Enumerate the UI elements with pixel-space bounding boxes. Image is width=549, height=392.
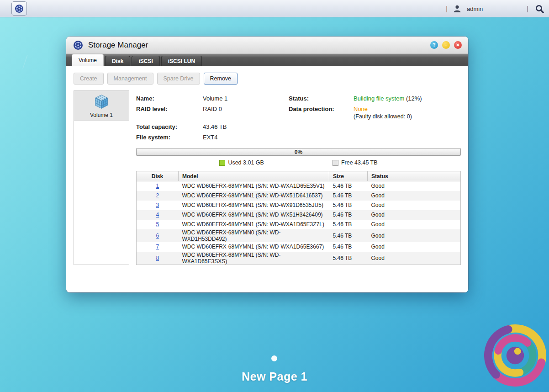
volume-tab-content: Create Management Spare Drive Remove bbox=[66, 66, 468, 292]
table-row: 6 WDC WD60EFRX-68MYMN0 (S/N: WD-WXD1H53D… bbox=[137, 229, 461, 242]
topbar: | admin | bbox=[0, 0, 549, 17]
table-row: 2 WDC WD60EFRX-68MYMN1 (S/N: WD-WX51D641… bbox=[137, 191, 461, 201]
protection-text: None bbox=[354, 106, 368, 112]
model-cell: WDC WD60EFRX-68MYMN1 (S/N: WD-WXA1D65E35… bbox=[179, 181, 329, 191]
table-row: 1 WDC WD60EFRX-68MYMN1 (S/N: WD-WXA1D65E… bbox=[137, 181, 461, 191]
raid-level-value: RAID 0 bbox=[203, 106, 289, 112]
details-panel: Name: Volume 1 Status: Building file sys… bbox=[136, 90, 461, 265]
window-app-icon bbox=[73, 40, 84, 51]
size-cell: 5.46 TB bbox=[329, 210, 368, 220]
disk-link[interactable]: 7 bbox=[156, 244, 159, 250]
disk-link[interactable]: 3 bbox=[156, 202, 159, 208]
disk-link[interactable]: 2 bbox=[156, 192, 159, 199]
status-percent: (12%) bbox=[404, 95, 422, 102]
tab-volume[interactable]: Volume bbox=[72, 54, 104, 66]
model-cell: WDC WD60EFRX-68MYMN1 (S/N: WD-WX91D6535J… bbox=[179, 201, 329, 210]
volume-info: Name: Volume 1 Status: Building file sys… bbox=[136, 95, 461, 141]
used-label: Used 3.01 GB bbox=[228, 159, 264, 166]
size-cell: 5.46 TB bbox=[329, 220, 368, 229]
capacity-legend: Used 3.01 GB Free 43.45 TB bbox=[136, 159, 461, 166]
volume-cube-icon bbox=[93, 93, 110, 111]
spare-drive-button[interactable]: Spare Drive bbox=[157, 73, 200, 85]
remove-button[interactable]: Remove bbox=[204, 73, 238, 85]
raid-level-label: RAID level: bbox=[136, 106, 203, 112]
col-status: Status bbox=[368, 171, 461, 181]
name-label: Name: bbox=[136, 95, 203, 102]
table-header-row: Disk Model Size Status bbox=[137, 171, 461, 181]
app-logo-icon bbox=[14, 3, 25, 14]
data-protection-value: None (Faulty disk allowed: 0) bbox=[354, 106, 461, 120]
help-button[interactable]: ? bbox=[430, 41, 438, 49]
used-swatch bbox=[219, 160, 225, 166]
col-size: Size bbox=[329, 171, 368, 181]
size-cell: 5.46 TB bbox=[329, 181, 368, 191]
tab-iscsi[interactable]: iSCSI bbox=[132, 56, 159, 66]
model-cell: WDC WD60EFRX-68MYMN1 (S/N: WD-WXA1D65E36… bbox=[179, 242, 329, 252]
total-capacity-label: Total capacity: bbox=[136, 123, 203, 130]
size-cell: 5.46 TB bbox=[329, 191, 368, 201]
close-button[interactable]: ✕ bbox=[454, 41, 462, 49]
status-text: Building file system bbox=[354, 95, 404, 102]
model-cell: WDC WD60EFRX-68MYMN1 (S/N: WD-WXA1D65E3S… bbox=[179, 252, 329, 265]
desktop: { "topbar": { "username": "admin", "sepa… bbox=[0, 0, 549, 392]
disk-link[interactable]: 6 bbox=[156, 233, 159, 239]
file-system-label: File system: bbox=[136, 134, 203, 141]
data-protection-label: Data protection: bbox=[289, 106, 354, 112]
status-cell: Good bbox=[368, 220, 461, 229]
table-row: 4 WDC WD60EFRX-68MYMN1 (S/N: WD-WX51H342… bbox=[137, 210, 461, 220]
col-model: Model bbox=[179, 171, 329, 181]
user-icon bbox=[453, 5, 461, 13]
protection-note: (Faulty disk allowed: 0) bbox=[354, 113, 461, 120]
toolbar: Create Management Spare Drive Remove bbox=[74, 73, 461, 85]
status-cell: Good bbox=[368, 252, 461, 265]
tab-iscsi-lun[interactable]: iSCSI LUN bbox=[161, 56, 202, 66]
file-system-value: EXT4 bbox=[203, 134, 289, 141]
management-button[interactable]: Management bbox=[107, 73, 153, 85]
model-cell: WDC WD60EFRX-68MYMN1 (S/N: WD-WX51D64165… bbox=[179, 191, 329, 201]
free-swatch bbox=[333, 160, 338, 166]
search-icon[interactable] bbox=[534, 3, 545, 15]
table-row: 7 WDC WD60EFRX-68MYMN1 (S/N: WD-WXA1D65E… bbox=[137, 242, 461, 252]
decorative-dot bbox=[271, 355, 277, 361]
disk-link[interactable]: 5 bbox=[156, 221, 159, 228]
status-cell: Good bbox=[368, 201, 461, 210]
total-capacity-value: 43.46 TB bbox=[203, 123, 289, 130]
table-row: 3 WDC WD60EFRX-68MYMN1 (S/N: WD-WX91D653… bbox=[137, 201, 461, 210]
status-value: Building file system (12%) bbox=[354, 95, 461, 102]
name-value: Volume 1 bbox=[203, 95, 289, 102]
size-cell: 5.46 TB bbox=[329, 242, 368, 252]
username[interactable]: admin bbox=[467, 5, 483, 12]
storage-manager-window: Storage Manager ? – ✕ Volume Disk iSCSI … bbox=[66, 37, 468, 292]
model-cell: WDC WD60EFRX-68MYMN1 (S/N: WD-WXA1D65E3Z… bbox=[179, 220, 329, 229]
page-label: New Page 1 bbox=[0, 370, 549, 383]
status-cell: Good bbox=[368, 210, 461, 220]
progress-bar: 0% bbox=[136, 148, 461, 156]
tabstrip: Volume Disk iSCSI iSCSI LUN bbox=[66, 54, 468, 66]
progress-label: 0% bbox=[295, 149, 302, 155]
disk-link[interactable]: 4 bbox=[156, 212, 159, 218]
window-titlebar[interactable]: Storage Manager ? – ✕ bbox=[66, 37, 468, 54]
window-controls: ? – ✕ bbox=[430, 41, 462, 49]
col-disk: Disk bbox=[137, 171, 179, 181]
model-cell: WDC WD60EFRX-68MYMN0 (S/N: WD-WXD1H53DD4… bbox=[179, 229, 329, 242]
minimize-button[interactable]: – bbox=[442, 41, 450, 49]
status-cell: Good bbox=[368, 181, 461, 191]
disk-link[interactable]: 8 bbox=[156, 255, 159, 261]
tab-disk[interactable]: Disk bbox=[105, 56, 130, 66]
main-area: Volume 1 Name: Volume 1 Status: Building… bbox=[74, 90, 461, 265]
volume-list-item[interactable]: Volume 1 bbox=[74, 91, 129, 121]
create-button[interactable]: Create bbox=[74, 73, 104, 85]
disk-table: Disk Model Size Status 1 WDC WD60EFRX-68… bbox=[136, 171, 461, 265]
size-cell: 5.46 TB bbox=[329, 252, 368, 265]
status-cell: Good bbox=[368, 242, 461, 252]
volume-item-label: Volume 1 bbox=[90, 112, 113, 118]
window-title: Storage Manager bbox=[88, 41, 148, 50]
disk-link[interactable]: 1 bbox=[156, 183, 159, 189]
topbar-separator: | bbox=[446, 5, 448, 12]
free-label: Free 43.45 TB bbox=[341, 159, 378, 166]
table-row: 5 WDC WD60EFRX-68MYMN1 (S/N: WD-WXA1D65E… bbox=[137, 220, 461, 229]
status-cell: Good bbox=[368, 229, 461, 242]
table-row: 8 WDC WD60EFRX-68MYMN1 (S/N: WD-WXA1D65E… bbox=[137, 252, 461, 265]
app-launcher-button[interactable] bbox=[11, 1, 27, 16]
size-cell: 5.46 TB bbox=[329, 229, 368, 242]
